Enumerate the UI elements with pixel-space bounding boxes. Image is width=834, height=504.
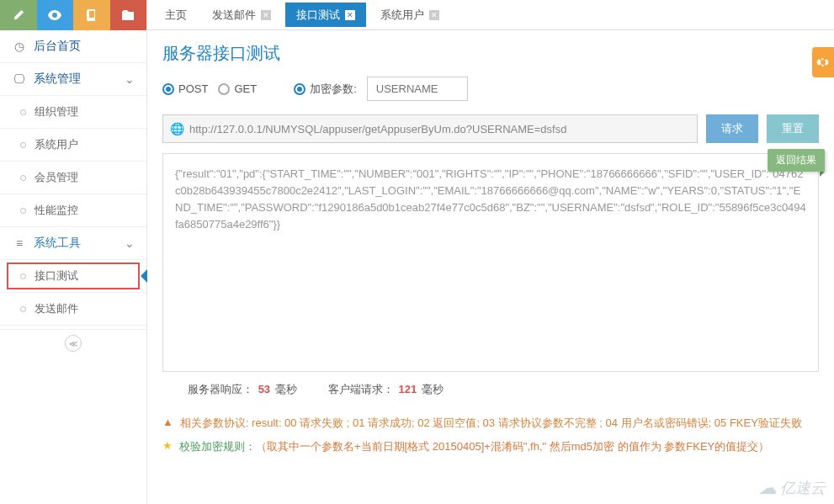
radio-dot-icon [162, 83, 174, 95]
url-text: http://127.0.0.1/NUMYSQL/appuser/getAppu… [189, 123, 566, 135]
globe-icon: 🌐 [170, 122, 184, 135]
view-tool-button[interactable] [37, 0, 74, 30]
request-button[interactable]: 请求 [706, 114, 758, 143]
timing-row: 服务器响应： 53 毫秒 客户端请求： 121 毫秒 [162, 382, 819, 397]
nav-item-org[interactable]: 组织管理 [0, 96, 146, 129]
book-tool-button[interactable] [73, 0, 110, 30]
gear-icon [816, 56, 830, 69]
nav-item-perf[interactable]: 性能监控 [0, 194, 146, 227]
server-value: 53 [258, 383, 270, 395]
tab-system-users[interactable]: 系统用户✕ [369, 3, 450, 27]
url-input[interactable]: 🌐 http://127.0.0.1/NUMYSQL/appuser/getAp… [162, 114, 698, 143]
star-icon: ★ [162, 439, 173, 452]
radio-post[interactable]: POST [162, 82, 208, 95]
watermark: ☁ 亿速云 [758, 477, 826, 499]
chevron-left-icon: ≪ [65, 335, 82, 352]
tab-bar: 主页 发送邮件✕ 接口测试✕ 系统用户✕ [147, 0, 834, 30]
nav-item-users[interactable]: 系统用户 [0, 129, 146, 162]
watermark-text: 亿速云 [780, 478, 826, 498]
method-row: POST GET 加密参数: [162, 77, 819, 101]
pencil-icon [13, 9, 24, 21]
nav-item-send-mail[interactable]: 发送邮件 [0, 293, 146, 326]
nav-home-label: 后台首页 [34, 39, 81, 54]
chevron-down-icon: ⌄ [125, 72, 135, 86]
cloud-icon: ☁ [758, 477, 777, 499]
server-unit: 毫秒 [275, 383, 297, 395]
reset-button[interactable]: 重置 [767, 114, 819, 143]
tab-home[interactable]: 主页 [154, 3, 198, 27]
server-label: 服务器响应： [188, 383, 253, 395]
param-input[interactable] [367, 77, 468, 101]
close-icon[interactable]: ✕ [345, 10, 355, 20]
nav-item-members[interactable]: 会员管理 [0, 162, 146, 194]
result-tag: 返回结果 [768, 149, 825, 172]
folder-icon [122, 10, 134, 20]
dashboard-icon: ◷ [12, 40, 27, 53]
close-icon[interactable]: ✕ [261, 10, 271, 20]
content: 服务器接口测试 POST GET 加密参数: [147, 30, 834, 504]
url-row: 🌐 http://127.0.0.1/NUMYSQL/appuser/getAp… [162, 114, 819, 143]
radio-get[interactable]: GET [218, 82, 257, 95]
eye-icon [48, 10, 61, 20]
note-protocol: ▲ 相关参数协议: result: 00 请求失败 ; 01 请求成功; 02 … [162, 416, 819, 431]
chevron-down-icon: ⌄ [125, 236, 135, 250]
book-icon [87, 9, 97, 21]
nav-group-system-tools[interactable]: ≡ 系统工具 ⌄ [0, 227, 146, 260]
radio-dot-icon [294, 83, 305, 95]
client-label: 客户端请求： [328, 383, 394, 395]
sidebar: ◷ 后台首页 🖵 系统管理 ⌄ 组织管理 系统用户 会员管理 性能监控 ≡ 系统… [0, 0, 147, 504]
nav-item-api-test[interactable]: 接口测试 [0, 260, 146, 293]
nav-group2-label: 系统工具 [34, 236, 81, 251]
tab-api-test[interactable]: 接口测试✕ [285, 3, 366, 27]
tab-send-mail[interactable]: 发送邮件✕ [201, 3, 282, 27]
nav-group1-label: 系统管理 [34, 72, 81, 87]
radio-encrypt[interactable]: 加密参数: [294, 82, 357, 97]
edit-tool-button[interactable] [0, 0, 37, 30]
result-text: {"result":"01","pd":{"START_TIME":"","NU… [175, 166, 806, 234]
nav-group-system-manage[interactable]: 🖵 系统管理 ⌄ [0, 63, 146, 96]
main: 主页 发送邮件✕ 接口测试✕ 系统用户✕ 服务器接口测试 POST GET 加密 [147, 0, 834, 504]
nav-list: ◷ 后台首页 🖵 系统管理 ⌄ 组织管理 系统用户 会员管理 性能监控 ≡ 系统… [0, 30, 146, 326]
client-value: 121 [399, 383, 417, 395]
page-title: 服务器接口测试 [162, 42, 819, 65]
warning-icon: ▲ [162, 416, 173, 428]
folder-tool-button[interactable] [110, 0, 147, 30]
sidebar-collapse[interactable]: ≪ [0, 329, 146, 357]
radio-dot-icon [218, 83, 230, 95]
result-box: 返回结果 {"result":"01","pd":{"START_TIME":"… [162, 153, 819, 372]
nav-home[interactable]: ◷ 后台首页 [0, 30, 146, 63]
client-unit: 毫秒 [422, 383, 444, 395]
note-encrypt: ★ 校验加密规则：（取其中一个参数名+当前日期[格式 20150405]+混淆码… [162, 439, 819, 454]
desktop-icon: 🖵 [12, 72, 27, 86]
sidebar-toolbar [0, 0, 146, 30]
settings-tab[interactable] [812, 47, 834, 77]
close-icon[interactable]: ✕ [429, 10, 439, 20]
list-icon: ≡ [12, 236, 27, 250]
